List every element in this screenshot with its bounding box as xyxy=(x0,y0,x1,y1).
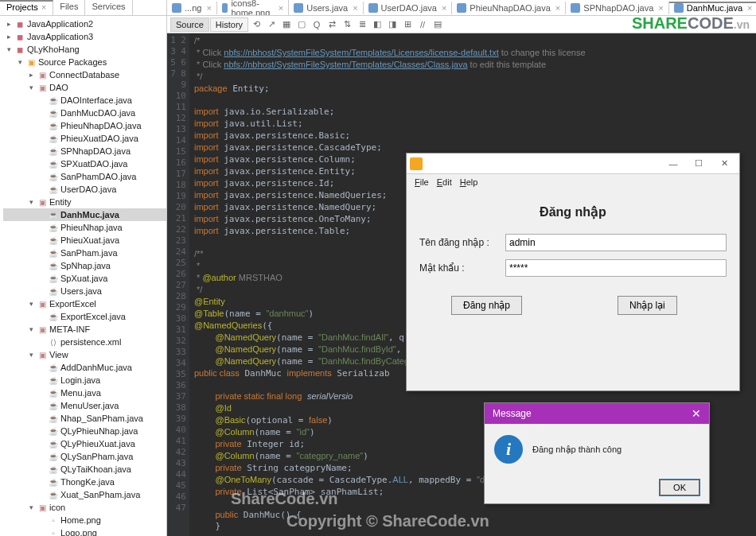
tree-node[interactable]: ☕Menu.java xyxy=(3,386,166,399)
tab-projects[interactable]: Projects× xyxy=(0,0,53,15)
editor-tab[interactable]: icons8-home.png× xyxy=(217,0,289,16)
close-icon[interactable]: × xyxy=(353,3,357,13)
toolbar-icon[interactable]: ⇄ xyxy=(325,17,339,32)
toolbar-icon[interactable]: Q xyxy=(310,17,324,32)
expand-icon[interactable]: ▾ xyxy=(27,300,35,308)
tree-node[interactable]: ☕DAOInterface.java xyxy=(3,94,166,107)
toolbar-icon[interactable]: ↗ xyxy=(264,17,279,32)
expand-icon[interactable]: ▸ xyxy=(5,33,13,41)
toolbar-icon[interactable]: ◨ xyxy=(385,17,399,32)
tree-node[interactable]: ⟨⟩persistence.xml xyxy=(3,336,166,348)
toolbar-icon[interactable]: ≣ xyxy=(355,17,369,32)
project-tree[interactable]: ▸◼JavaApplication2▸◼JavaApplication3▾◼QL… xyxy=(0,16,166,536)
expand-icon[interactable]: ▾ xyxy=(27,84,35,91)
menu-edit[interactable]: Edit xyxy=(437,177,452,187)
tree-node[interactable]: ☕SPXuatDAO.java xyxy=(3,157,166,170)
tree-node[interactable]: ☕QLyPhieuXuat.java xyxy=(3,437,166,450)
minimize-button[interactable]: — xyxy=(661,156,685,172)
toolbar-icon[interactable]: ⟲ xyxy=(249,17,263,32)
editor-tab[interactable]: Users.java× xyxy=(289,2,363,14)
username-input[interactable] xyxy=(505,234,727,251)
tree-node[interactable]: ▸◼JavaApplication2 xyxy=(3,17,166,30)
expand-icon[interactable]: ▾ xyxy=(27,198,35,206)
editor-tab[interactable]: ...ng× xyxy=(167,2,217,14)
toolbar-icon[interactable]: ⊞ xyxy=(400,17,415,32)
tree-node[interactable]: ▸◼JavaApplication3 xyxy=(3,30,166,43)
tree-node[interactable]: ☕Login.java xyxy=(3,374,166,386)
editor-tab[interactable]: SPNhapDAO.java× xyxy=(566,2,668,14)
toolbar-icon[interactable]: ⇅ xyxy=(340,17,354,32)
close-button[interactable]: ✕ xyxy=(712,156,736,172)
close-icon[interactable]: ✕ xyxy=(692,407,701,420)
tree-node[interactable]: ☕PhieuXuatDAO.java xyxy=(3,132,166,145)
expand-icon[interactable]: ▾ xyxy=(5,45,13,53)
tree-node[interactable]: ☕UserDAO.java xyxy=(3,183,166,196)
history-button[interactable]: History xyxy=(210,17,248,32)
expand-icon[interactable]: ▾ xyxy=(27,351,35,359)
expand-icon[interactable]: ▾ xyxy=(16,58,24,66)
tree-node[interactable]: ☕DanhMucDAO.java xyxy=(3,107,166,119)
tree-node[interactable]: ☕AddDanhMuc.java xyxy=(3,361,166,374)
close-icon[interactable]: × xyxy=(442,3,446,13)
tree-node[interactable]: ▾▣Entity xyxy=(3,196,166,208)
expand-icon[interactable]: ▾ xyxy=(27,325,35,333)
tree-node[interactable]: ☕SPNhapDAO.java xyxy=(3,145,166,157)
tree-node[interactable]: ☕SpXuat.java xyxy=(3,272,166,285)
tree-node[interactable]: ▾◼QLyKhoHang xyxy=(3,43,166,56)
password-input[interactable] xyxy=(505,259,727,277)
menu-help[interactable]: Help xyxy=(460,177,478,187)
tree-node[interactable]: ▾▣Source Packages xyxy=(3,56,166,68)
editor-tab[interactable]: DanhMuc.java× xyxy=(669,2,756,14)
tree-node[interactable]: ☕SanPham.java xyxy=(3,247,166,259)
tab-services[interactable]: Services xyxy=(85,0,132,15)
tree-node[interactable]: ☕Nhap_SanPham.java xyxy=(3,412,166,425)
tree-node[interactable]: ▫Home.png xyxy=(3,514,166,526)
toolbar-icon[interactable]: // xyxy=(415,17,430,32)
tree-node[interactable]: ☕SanPhamDAO.java xyxy=(3,170,166,183)
expand-icon[interactable]: ▾ xyxy=(27,503,35,511)
toolbar-icon[interactable]: ◧ xyxy=(370,17,384,32)
tree-node[interactable]: ▾▣icon xyxy=(3,501,166,514)
menu-file[interactable]: File xyxy=(415,177,429,187)
editor-tab[interactable]: UserDAO.java× xyxy=(364,2,453,14)
reset-button[interactable]: Nhập lại xyxy=(618,296,677,315)
tree-node[interactable]: ☕QLyPhieuNhap.java xyxy=(3,425,166,437)
source-button[interactable]: Source xyxy=(170,17,209,32)
toolbar-icon[interactable]: ▢ xyxy=(294,17,309,32)
tree-node[interactable]: ☕Xuat_SanPham.java xyxy=(3,488,166,501)
tree-node[interactable]: ☕ThongKe.java xyxy=(3,476,166,488)
ok-button[interactable]: OK xyxy=(660,480,699,495)
tree-node[interactable]: ☕QLyTaiKhoan.java xyxy=(3,463,166,476)
login-button[interactable]: Đăng nhập xyxy=(451,296,522,315)
tree-node[interactable]: ☕Users.java xyxy=(3,285,166,297)
toolbar-icon[interactable]: ▤ xyxy=(431,17,445,32)
tab-files[interactable]: Files xyxy=(53,0,85,15)
expand-icon[interactable]: ▸ xyxy=(5,20,13,28)
tree-node[interactable]: ▾▣View xyxy=(3,348,166,361)
tree-node[interactable]: ☕ExportExcel.java xyxy=(3,310,166,323)
tree-node[interactable]: ▾▣META-INF xyxy=(3,323,166,336)
tree-node[interactable]: ☕MenuUser.java xyxy=(3,399,166,412)
tree-node[interactable]: ☕PhieuNhap.java xyxy=(3,221,166,234)
expand-icon[interactable]: ▸ xyxy=(27,71,35,79)
maximize-button[interactable]: ☐ xyxy=(687,156,711,172)
close-icon[interactable]: × xyxy=(41,2,46,12)
close-icon[interactable]: × xyxy=(747,3,752,13)
editor-tab[interactable]: PhieuNhapDAO.java× xyxy=(452,2,566,14)
tree-node[interactable]: ▾▣ExportExcel xyxy=(3,297,166,310)
tree-node[interactable]: ▾▣DAO xyxy=(3,81,166,94)
tree-node[interactable]: ☕PhieuXuat.java xyxy=(3,234,166,247)
message-titlebar[interactable]: Message ✕ xyxy=(485,403,709,424)
dialog-titlebar[interactable]: — ☐ ✕ xyxy=(407,153,739,174)
tree-node[interactable]: ▸▣ConnectDatabase xyxy=(3,68,166,81)
toolbar-icon[interactable]: ▦ xyxy=(279,17,294,32)
close-icon[interactable]: × xyxy=(555,3,560,13)
tree-node[interactable]: ☕DanhMuc.java xyxy=(3,208,166,221)
tree-node[interactable]: ☕QLySanPham.java xyxy=(3,450,166,463)
close-icon[interactable]: × xyxy=(279,3,283,13)
tree-node[interactable]: ☕SpNhap.java xyxy=(3,259,166,272)
tree-node[interactable]: ☕PhieuNhapDAO.java xyxy=(3,119,166,132)
tree-node[interactable]: ▫Logo.png xyxy=(3,526,166,536)
close-icon[interactable]: × xyxy=(658,3,663,13)
close-icon[interactable]: × xyxy=(206,3,211,13)
